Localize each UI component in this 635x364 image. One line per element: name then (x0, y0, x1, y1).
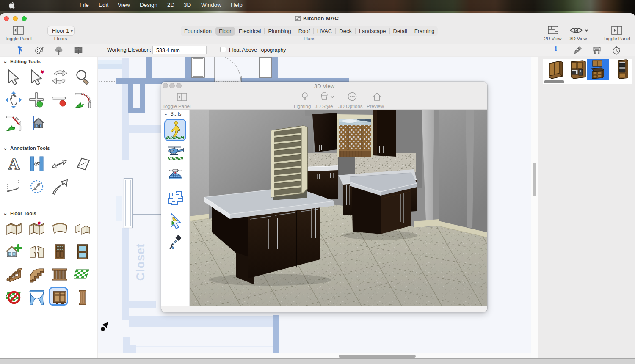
svg-text:A: A (8, 155, 20, 172)
svg-text:#: # (41, 69, 44, 75)
svg-text:Closet: Closet (134, 243, 147, 281)
svg-text:#: # (38, 221, 41, 226)
svg-text:i: i (555, 46, 557, 52)
